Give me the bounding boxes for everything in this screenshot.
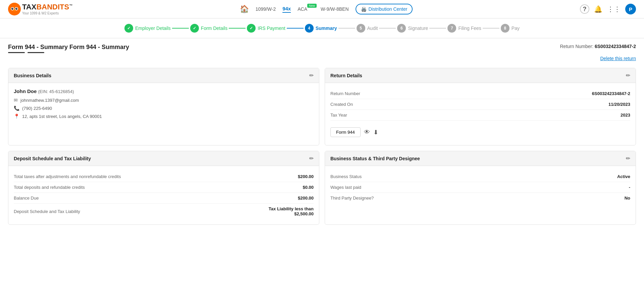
- step-employer-details[interactable]: ✓ Employer Details: [124, 24, 171, 33]
- deposit-title: Deposit Schedule and Tax Liability: [14, 156, 91, 161]
- distribution-center-label: Distribution Center: [369, 6, 408, 12]
- delete-area: Delete this return: [0, 54, 644, 65]
- svg-point-0: [8, 3, 21, 15]
- logo-bandits: BANDITS: [36, 3, 69, 11]
- grid-icon[interactable]: ⋮⋮: [607, 5, 621, 13]
- total-deposits-label: Total deposits and refundable credits: [14, 185, 85, 190]
- form-944-row: Form 944 👁 ⬇: [330, 125, 630, 140]
- third-party-row: Third Party Designee? No: [330, 193, 630, 203]
- business-ein: (EIN: 45-6126854): [38, 89, 74, 94]
- step-irs-payment[interactable]: ✓ IRS Payment: [247, 24, 285, 33]
- step4-circle: 4: [305, 24, 314, 33]
- logo-tax: TAX: [22, 3, 36, 11]
- step7-circle: 7: [447, 24, 456, 33]
- aca-badge: New: [307, 4, 317, 8]
- nav-94x[interactable]: 94x: [282, 6, 291, 13]
- logo-subtitle: Your 1099 & W2 Experts: [22, 11, 72, 15]
- page-title-underlines: [8, 52, 129, 53]
- email-row: ✉ johnmathew.1397@gmail.com: [14, 97, 314, 103]
- page-title: Form 944 - Summary Form 944 - Summary: [8, 44, 129, 51]
- line-6-7: [429, 28, 446, 29]
- business-details-edit-icon[interactable]: ✏: [309, 72, 314, 79]
- step2-circle: ✓: [190, 24, 199, 33]
- deposit-body: Total taxes after adjustments and nonref…: [8, 166, 319, 224]
- phone-value: (790) 225-6490: [22, 106, 52, 111]
- return-number-label: Return Number:: [560, 44, 594, 49]
- business-status-edit-icon[interactable]: ✏: [626, 155, 630, 162]
- return-details-edit-icon[interactable]: ✏: [626, 72, 630, 79]
- step8-circle: 8: [501, 24, 509, 33]
- tax-year-value: 2023: [621, 113, 630, 118]
- email-value: johnmathew.1397@gmail.com: [20, 98, 79, 103]
- delete-return-link[interactable]: Delete this return: [600, 56, 636, 61]
- business-status-row: Business Status Active: [330, 171, 630, 182]
- business-status-header: Business Status & Third Party Designee ✏: [325, 151, 636, 166]
- step7-label: Filing Fees: [458, 26, 481, 31]
- wages-last-paid-value: -: [629, 185, 630, 190]
- deposit-schedule-label: Deposit Schedule and Tax Liability: [14, 209, 80, 214]
- user-avatar[interactable]: P: [625, 4, 636, 14]
- total-taxes-label: Total taxes after adjustments and nonref…: [14, 174, 121, 179]
- step-audit[interactable]: 5 Audit: [357, 24, 378, 33]
- bell-icon[interactable]: 🔔: [594, 5, 602, 13]
- deposit-schedule-card: Deposit Schedule and Tax Liability ✏ Tot…: [8, 151, 319, 225]
- logo-tm: ™: [69, 4, 72, 7]
- nav-aca[interactable]: ACA New: [298, 6, 307, 12]
- svg-point-6: [16, 8, 17, 9]
- underline-1: [8, 52, 25, 53]
- svg-point-3: [11, 8, 13, 10]
- return-number-value: 6S003242334847-2: [595, 44, 636, 49]
- return-number-row: Return Number 6S003242334847-2: [330, 88, 630, 99]
- step-summary[interactable]: 4 Summary: [305, 24, 337, 33]
- page-title-area: Form 944 - Summary Form 944 - Summary Re…: [0, 38, 644, 54]
- deposit-header: Deposit Schedule and Tax Liability ✏: [8, 151, 319, 166]
- total-deposits-row: Total deposits and refundable credits $0…: [14, 182, 314, 193]
- step5-circle: 5: [357, 24, 365, 33]
- step-form-details[interactable]: ✓ Form Details: [190, 24, 227, 33]
- balance-due-value: $200.00: [298, 196, 314, 201]
- created-on-row: Created On 11/20/2023: [330, 99, 630, 110]
- line-3-4: [287, 28, 304, 29]
- download-form-icon[interactable]: ⬇: [373, 129, 378, 136]
- line-7-8: [483, 28, 499, 29]
- step-pay[interactable]: 8 Pay: [501, 24, 520, 33]
- step2-label: Form Details: [201, 26, 227, 31]
- nav-1099-w2[interactable]: 1099/W-2: [256, 6, 276, 12]
- wages-last-paid-label: Wages last paid: [330, 185, 361, 190]
- header: TAXBANDITS™ Your 1099 & W2 Experts 🏠 109…: [0, 0, 644, 18]
- header-right-icons: ? 🔔 ⋮⋮ P: [580, 4, 636, 14]
- step-filing-fees[interactable]: 7 Filing Fees: [447, 24, 481, 33]
- business-details-body: John Doe (EIN: 45-6126854) ✉ johnmathew.…: [8, 83, 319, 127]
- svg-point-5: [12, 8, 13, 9]
- line-1-2: [172, 28, 189, 29]
- underline-2: [28, 52, 44, 53]
- balance-due-label: Balance Due: [14, 196, 39, 201]
- phone-icon: 📞: [14, 105, 19, 111]
- total-taxes-row: Total taxes after adjustments and nonref…: [14, 171, 314, 182]
- business-details-header: Business Details ✏: [8, 68, 319, 83]
- return-details-header: Return Details ✏: [325, 68, 636, 83]
- address-value: 12, apts 1st street, Los angels, CA 9000…: [22, 114, 102, 119]
- step-signature[interactable]: 6 Signature: [397, 24, 428, 33]
- deposit-edit-icon[interactable]: ✏: [309, 155, 314, 162]
- help-icon[interactable]: ?: [580, 4, 589, 14]
- total-deposits-value: $0.00: [303, 185, 314, 190]
- distribution-center-button[interactable]: 🖨️ Distribution Center: [356, 4, 413, 14]
- location-icon: 📍: [14, 114, 19, 119]
- business-name: John Doe (EIN: 45-6126854): [14, 88, 314, 94]
- return-details-body: Return Number 6S003242334847-2 Created O…: [325, 83, 636, 145]
- svg-point-4: [15, 8, 17, 10]
- step3-circle: ✓: [247, 24, 256, 33]
- nav-w9-w8ben[interactable]: W-9/W-8BEN: [321, 6, 349, 12]
- line-5-6: [379, 28, 396, 29]
- printer-icon: 🖨️: [361, 6, 367, 12]
- view-form-icon[interactable]: 👁: [364, 129, 370, 136]
- business-status-title: Business Status & Third Party Designee: [330, 156, 420, 161]
- step8-label: Pay: [512, 26, 520, 31]
- form-944-button[interactable]: Form 944: [330, 127, 361, 137]
- phone-row: 📞 (790) 225-6490: [14, 105, 314, 111]
- business-details-card: Business Details ✏ John Doe (EIN: 45-612…: [8, 68, 319, 145]
- step4-label: Summary: [316, 26, 337, 31]
- business-status-card: Business Status & Third Party Designee ✏…: [325, 151, 636, 225]
- home-icon[interactable]: 🏠: [240, 5, 249, 13]
